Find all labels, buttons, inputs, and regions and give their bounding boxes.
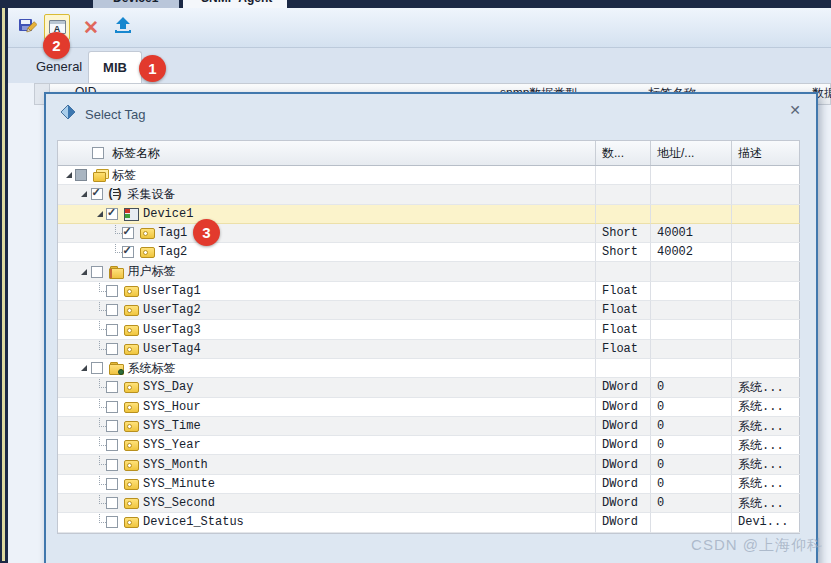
row-checkbox-unchecked[interactable] [106, 381, 118, 393]
tree-row[interactable]: SYS_TimeDWord0系统... [58, 417, 799, 436]
cell-address [651, 205, 732, 224]
tree-connector [93, 320, 106, 338]
tree-row[interactable]: SYS_DayDWord0系统... [58, 378, 799, 397]
upload-button[interactable] [110, 14, 136, 40]
tree-connector [93, 282, 106, 300]
cell-description [732, 243, 800, 262]
cell-description [732, 185, 800, 204]
row-checkbox-checked[interactable] [122, 227, 134, 239]
tab-snmp-agent[interactable]: SNMP Agent [183, 0, 287, 8]
row-checkbox-unchecked[interactable] [106, 304, 118, 316]
cell-tag-name: Tag1 [58, 224, 596, 243]
accent-line [2, 8, 5, 561]
row-checkbox-unchecked[interactable] [106, 343, 118, 355]
tree-row[interactable]: SYS_SecondDWord0系统... [58, 494, 799, 513]
header-name-label: 标签名称 [112, 145, 160, 162]
cell-tag-name: 系统标签 [58, 359, 596, 378]
dialog-close-button[interactable]: ✕ [786, 101, 804, 119]
annotation-badge-1: 1 [139, 55, 166, 82]
tree-row[interactable]: UserTag3Float [58, 320, 799, 339]
document-tab-strip: Device1 SNMP Agent [0, 0, 831, 8]
tree-connector [93, 301, 106, 319]
tree-row[interactable]: SYS_MonthDWord0系统... [58, 455, 799, 474]
tree-row[interactable]: 系统标签 [58, 359, 799, 378]
cell-address: 0 [651, 436, 732, 455]
tree-row[interactable]: Device1 [58, 205, 799, 224]
triangle-glyph [81, 269, 87, 275]
tag-name-label: 系统标签 [128, 360, 176, 377]
tree-row[interactable]: SYS_MinuteDWord0系统... [58, 475, 799, 494]
tag-name-label: UserTag2 [143, 303, 201, 317]
delete-button[interactable]: ✕ [78, 14, 104, 40]
cell-tag-name: SYS_Month [58, 455, 596, 474]
tag-icon [124, 478, 139, 490]
row-checkbox-checked[interactable] [106, 208, 118, 220]
row-checkbox-unchecked[interactable] [91, 266, 103, 278]
tree-row[interactable]: UserTag1Float [58, 282, 799, 301]
tree-connector [93, 398, 106, 416]
row-checkbox-unchecked[interactable] [106, 420, 118, 432]
dialog-title: Select Tag [85, 107, 145, 122]
tree-connector [93, 494, 106, 512]
folder-clock-icon [109, 362, 124, 374]
row-checkbox-unchecked[interactable] [106, 478, 118, 490]
expand-arrow-icon[interactable] [93, 211, 106, 217]
tree-row[interactable]: UserTag4Float [58, 340, 799, 359]
row-checkbox-unchecked[interactable] [91, 362, 103, 374]
cell-address [651, 262, 732, 281]
cell-description [732, 359, 800, 378]
tree-row[interactable]: 用户标签 [58, 262, 799, 281]
cell-data-type [596, 262, 651, 281]
row-checkbox-unchecked[interactable] [106, 324, 118, 336]
save-button[interactable] [14, 14, 40, 40]
tree-row[interactable]: Tag2Short40002 [58, 243, 799, 262]
expand-arrow-icon[interactable] [78, 269, 91, 275]
tree-row[interactable]: Tag1Short40001 [58, 224, 799, 243]
cell-tag-name: 采集设备 [58, 185, 596, 204]
cell-description [732, 166, 800, 185]
tag-name-label: 标签 [112, 167, 136, 184]
row-checkbox-checked[interactable] [91, 188, 103, 200]
row-checkbox-unchecked[interactable] [106, 285, 118, 297]
row-checkbox-checked[interactable] [122, 246, 134, 258]
tab-device1[interactable]: Device1 [93, 0, 179, 8]
tree-connector [93, 417, 106, 435]
cell-address: 40001 [651, 224, 732, 243]
expand-arrow-icon[interactable] [78, 365, 91, 371]
select-all-checkbox[interactable] [92, 147, 104, 159]
page-tab-bar: General MIB [8, 48, 831, 83]
tag-icon [124, 401, 139, 413]
expand-arrow-icon[interactable] [62, 172, 75, 178]
cell-data-type: DWord [596, 455, 651, 474]
cell-description [732, 224, 800, 243]
tab-mib-active[interactable]: MIB [88, 51, 142, 83]
upload-arrow-icon [113, 16, 133, 39]
tree-row[interactable]: Device1_StatusDWordDevi... [58, 513, 799, 532]
tree-row[interactable]: 采集设备 [58, 185, 799, 204]
row-checkbox-unchecked[interactable] [106, 459, 118, 471]
tree-connector [109, 224, 122, 242]
row-checkbox-unchecked[interactable] [106, 439, 118, 451]
tree-row[interactable]: SYS_HourDWord0系统... [58, 398, 799, 417]
cell-address: 0 [651, 417, 732, 436]
expand-arrow-icon[interactable] [78, 191, 91, 197]
tree-row[interactable]: SYS_YearDWord0系统... [58, 436, 799, 455]
cell-address: 0 [651, 455, 732, 474]
tree-connector [93, 475, 106, 493]
tag-icon [124, 381, 139, 393]
cell-description [732, 205, 800, 224]
cell-tag-name: 用户标签 [58, 262, 596, 281]
tab-general[interactable]: General [36, 59, 82, 74]
row-checkbox-unchecked[interactable] [106, 401, 118, 413]
row-checkbox-unchecked[interactable] [106, 516, 118, 528]
tag-icon [140, 227, 155, 239]
tag-icon [124, 516, 139, 528]
cell-description [732, 262, 800, 281]
cell-data-type [596, 205, 651, 224]
cell-description: 系统... [732, 398, 800, 417]
row-checkbox-indeterminate[interactable] [75, 169, 87, 181]
row-checkbox-unchecked[interactable] [106, 497, 118, 509]
tree-row[interactable]: 标签 [58, 166, 799, 185]
tag-icon [124, 343, 139, 355]
tree-row[interactable]: UserTag2Float [58, 301, 799, 320]
